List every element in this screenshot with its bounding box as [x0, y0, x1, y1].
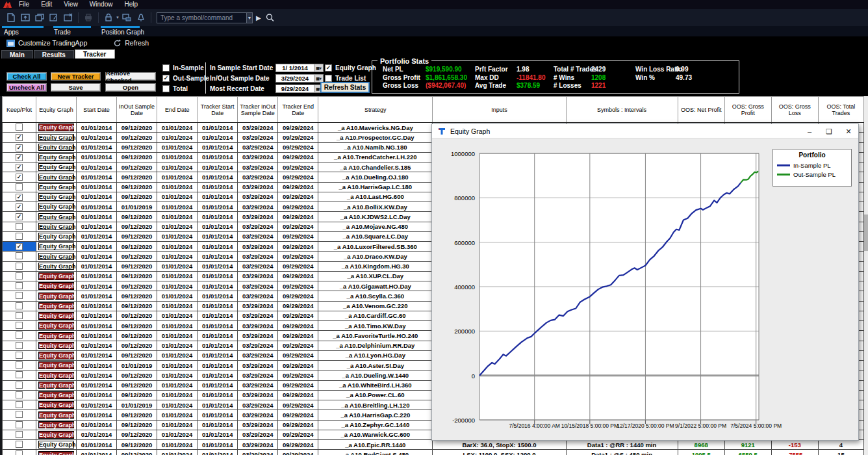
column-header[interactable]: Tracker End Date	[278, 97, 318, 123]
search-icon[interactable]	[263, 12, 277, 23]
row-checkbox[interactable]	[16, 342, 23, 349]
equity-graph-button[interactable]: Equity Graph	[38, 203, 74, 211]
equity-graph-button[interactable]: Equity Graph	[38, 401, 74, 409]
row-checkbox[interactable]	[16, 431, 23, 438]
equity-graph-button[interactable]: Equity Graph	[38, 352, 74, 359]
scrollbar-thumb[interactable]	[864, 214, 868, 251]
column-header[interactable]: Tracker Start Date	[198, 97, 238, 123]
row-checkbox[interactable]: ✓	[16, 174, 23, 181]
equity-graph-button[interactable]: Equity Graph	[38, 391, 74, 399]
save-button[interactable]: Save	[51, 83, 101, 92]
alerts-bell-icon[interactable]	[134, 12, 148, 23]
equity-graph-button[interactable]: Equity Graph	[38, 411, 74, 419]
in-sample-checkbox[interactable]	[162, 64, 170, 72]
equity-graph-button[interactable]: Equity Graph	[38, 361, 74, 369]
row-checkbox[interactable]	[16, 223, 23, 230]
tab-main[interactable]: Main	[1, 50, 33, 58]
row-checkbox[interactable]	[16, 371, 23, 378]
menu-window[interactable]: Window	[84, 0, 119, 9]
row-checkbox[interactable]	[16, 252, 23, 259]
menu-view[interactable]: View	[58, 0, 84, 9]
new-tracker-button[interactable]: New Tracker	[51, 72, 101, 81]
equity-graph-button[interactable]: Equity Graph	[38, 193, 74, 201]
row-checkbox[interactable]: ✓	[16, 144, 23, 151]
column-header[interactable]: OOS: Gross Loss	[771, 97, 818, 123]
total-checkbox[interactable]	[162, 85, 170, 92]
uncheck-all-button[interactable]: Uncheck All	[6, 83, 47, 92]
equity-graph-button[interactable]: Equity Graph	[38, 441, 74, 448]
column-header[interactable]: Equity Graph	[36, 97, 77, 123]
row-checkbox[interactable]	[16, 312, 23, 319]
equity-graph-button[interactable]: Equity Graph	[38, 153, 74, 161]
customize-tradingapp-button[interactable]: Customize TradingApp	[6, 39, 87, 47]
menu-edit[interactable]: Edit	[35, 0, 58, 9]
row-checkbox[interactable]	[16, 382, 23, 389]
minimize-icon[interactable]: –	[800, 124, 819, 138]
column-header[interactable]: Strategy	[318, 97, 433, 123]
lock-icon[interactable]	[101, 12, 116, 23]
menu-help[interactable]: Help	[118, 0, 144, 9]
equity-graph-button[interactable]: Equity Graph	[38, 431, 74, 439]
equity-graph-button[interactable]: Equity Graph	[38, 223, 74, 231]
equity-graph-button[interactable]: Equity Graph	[38, 292, 74, 300]
row-checkbox[interactable]	[16, 361, 23, 369]
date-picker-caret-icon[interactable]: ▦▾	[314, 75, 323, 82]
row-checkbox[interactable]: ✓	[16, 164, 23, 171]
equity-graph-button[interactable]: Equity Graph	[38, 233, 74, 240]
column-header[interactable]: OOS: Net Profit	[678, 97, 724, 123]
column-header[interactable]: InOut Sample Date	[117, 97, 157, 123]
symbol-command-input[interactable]	[157, 14, 246, 21]
out-sample-checkbox[interactable]: ✓	[162, 75, 170, 82]
row-checkbox[interactable]	[16, 401, 23, 408]
row-checkbox[interactable]: ✓	[16, 213, 23, 220]
column-header[interactable]: OOS: Gross Profit	[724, 97, 771, 123]
row-checkbox[interactable]	[16, 233, 23, 240]
equity-graph-button[interactable]: Equity Graph	[38, 213, 74, 221]
tab-tracker[interactable]: Tracker	[75, 49, 115, 58]
equity-graph-button[interactable]: Equity Graph	[38, 144, 74, 151]
row-checkbox[interactable]: ✓	[16, 203, 23, 211]
symbol-dropdown-caret-icon[interactable]: ▼	[246, 13, 252, 23]
vertical-scrollbar[interactable]	[864, 96, 868, 455]
equity-graph-button[interactable]: Equity Graph	[38, 282, 74, 290]
equity-graph-button[interactable]: Equity Graph	[38, 134, 74, 142]
column-header[interactable]: Symbols : Intervals	[566, 97, 678, 123]
maximize-icon[interactable]: ❏	[819, 124, 839, 138]
equity-graph-button[interactable]: Equity Graph	[38, 312, 74, 320]
row-checkbox[interactable]: ✓	[16, 243, 23, 250]
in-sample-start-date-field[interactable]: 1/ 1/2014▦▾	[275, 64, 324, 72]
refresh-stats-button[interactable]: Refresh Stats	[321, 83, 369, 92]
equity-graph-checkbox[interactable]: ✓	[325, 64, 332, 72]
row-checkbox[interactable]	[16, 183, 23, 190]
print-icon[interactable]	[81, 12, 96, 23]
equity-graph-button[interactable]: Equity Graph	[38, 163, 74, 171]
column-header[interactable]: End Date	[157, 97, 198, 123]
menu-file[interactable]: File	[13, 0, 35, 9]
row-checkbox[interactable]: ✓	[16, 134, 23, 141]
equity-graph-button[interactable]: Equity Graph	[38, 272, 74, 280]
tab-results[interactable]: Results	[34, 50, 74, 58]
row-checkbox[interactable]: ✓	[16, 194, 23, 201]
equity-graph-button[interactable]: Equity Graph	[38, 242, 74, 250]
column-header[interactable]: Start Date	[77, 97, 117, 123]
edit-workspace-icon[interactable]	[47, 12, 61, 23]
row-checkbox[interactable]	[16, 322, 23, 329]
open-window-icon[interactable]	[18, 12, 32, 23]
close-window-icon[interactable]	[61, 12, 75, 23]
equity-graph-button[interactable]: Equity Graph	[38, 342, 74, 350]
column-header[interactable]: Tracker InOut Sample Date	[238, 97, 278, 123]
row-checkbox[interactable]	[16, 441, 23, 448]
equity-graph-button[interactable]: Equity Graph	[38, 451, 74, 455]
equity-graph-button[interactable]: Equity Graph	[38, 421, 74, 429]
equity-graph-button[interactable]: Equity Graph	[38, 183, 74, 191]
row-checkbox[interactable]	[16, 292, 23, 299]
row-checkbox[interactable]	[16, 421, 23, 428]
equity-graph-button[interactable]: Equity Graph	[38, 332, 74, 340]
equity-graph-button[interactable]: Equity Graph	[38, 174, 74, 181]
check-all-button[interactable]: Check All	[6, 72, 47, 81]
open-button[interactable]: Open	[105, 83, 156, 92]
equity-graph-button[interactable]: Equity Graph	[38, 322, 74, 330]
row-checkbox[interactable]	[16, 282, 23, 289]
row-checkbox[interactable]	[16, 391, 23, 398]
refresh-button[interactable]: Refresh	[113, 39, 149, 47]
